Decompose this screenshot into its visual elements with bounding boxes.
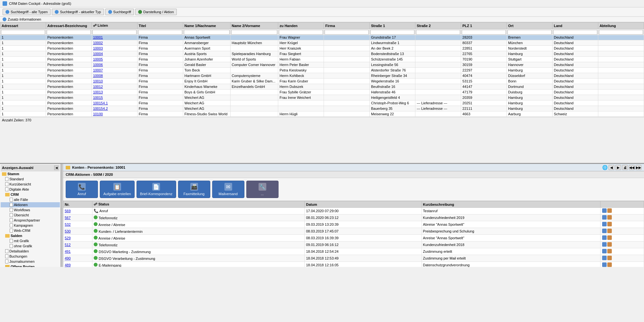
listen-link[interactable]: 10012 <box>93 85 103 89</box>
crm-edit-icon[interactable] <box>602 235 607 240</box>
tree-item-ansprechpartner[interactable]: Ansprechpartner <box>1 218 60 223</box>
search-current-type-button[interactable]: Suchbegriff - aktueller Typ <box>52 9 104 15</box>
brief-button[interactable]: 📄 Brief-Korrespondenz <box>137 181 176 198</box>
crm-edit-icon[interactable] <box>602 256 607 260</box>
filter-name1[interactable] <box>184 30 230 35</box>
filter-bezeichnung[interactable] <box>47 30 91 35</box>
tree-item-crm[interactable]: CRM <box>1 192 60 197</box>
crm-table-row[interactable]: 491 DSGVO Marketing - Zustimmung18.04.20… <box>63 248 644 255</box>
filter-adressart[interactable] <box>1 30 45 35</box>
crm-table-row[interactable]: 530 Kunden- / Lieferantentermin08.03.201… <box>63 228 644 235</box>
filter-land[interactable] <box>553 30 597 35</box>
crm-table-row[interactable]: 489 E-Maileingang18.04.2018 12:16:05Date… <box>63 262 644 267</box>
crm-nr-link[interactable]: 489 <box>65 263 71 267</box>
tree-item-detailsalden[interactable]: Detailsalden <box>1 249 60 254</box>
listen-link[interactable]: 10006 <box>93 63 103 67</box>
table-row[interactable]: 1Personenkonten10012FirmaKinderhaus Warn… <box>0 84 644 90</box>
table-row[interactable]: 1Personenkonten100154.2FirmaWeichert AGB… <box>0 106 644 111</box>
filter-listen[interactable] <box>92 30 137 35</box>
crm-nr-link[interactable]: 512 <box>65 243 71 247</box>
crm-info-icon[interactable] <box>607 215 612 220</box>
filter-titel[interactable] <box>138 30 182 35</box>
crm-edit-icon[interactable] <box>602 249 607 253</box>
crm-info-icon[interactable] <box>607 235 612 240</box>
table-row[interactable]: 1Personenkonten10013FirmaBoys & Girls Gm… <box>0 90 644 95</box>
tree-item-standard[interactable]: Standard <box>1 176 60 182</box>
crm-nr-link[interactable]: 490 <box>65 256 71 260</box>
crm-info-icon[interactable] <box>607 242 612 247</box>
table-row[interactable]: 1Personenkonten10004FirmaAustria SportsS… <box>0 51 644 57</box>
listen-link[interactable]: 100154.1 <box>93 101 108 105</box>
tree-item-buchungen[interactable]: Buchungen <box>1 254 60 259</box>
listen-link[interactable]: 10007 <box>93 68 103 72</box>
table-row[interactable]: 1Personenkonten10002FirmaAmmansbergerHau… <box>0 40 644 46</box>
crm-table-row[interactable]: 567 Telefonnotiz08.01.2020 06:23:12Kunde… <box>63 214 644 221</box>
filter-strasse1[interactable] <box>370 30 414 35</box>
listen-link[interactable]: 10002 <box>93 41 103 45</box>
tree-item-web-crm[interactable]: Web-CRM <box>1 228 60 233</box>
tree-item-bersicht[interactable]: Übersicht <box>1 213 60 218</box>
aufgabe-button[interactable]: 📋 Aufgabe erstellen <box>100 181 135 198</box>
listen-link[interactable]: 10001 <box>93 35 103 39</box>
filter-abteilung[interactable] <box>599 30 643 35</box>
crm-info-icon[interactable] <box>607 222 612 226</box>
crm-info-icon[interactable] <box>607 208 612 213</box>
nav-print-btn[interactable]: 🖨 <box>622 165 628 170</box>
crm-edit-icon[interactable] <box>602 262 607 267</box>
nav-next-btn[interactable]: ▶▶ <box>636 165 641 170</box>
globe-icon[interactable]: 🌐 <box>602 165 608 170</box>
tree-item-kampagnen[interactable]: Kampagnen <box>1 223 60 228</box>
tree-item-journalsummen[interactable]: Journalsummen <box>1 259 60 264</box>
listen-link[interactable]: 10005 <box>93 57 103 61</box>
listen-link[interactable]: 10015 <box>93 96 103 99</box>
listen-link[interactable]: 100154.2 <box>93 107 108 110</box>
filter-name2[interactable] <box>231 30 278 35</box>
crm-nr-link[interactable]: 491 <box>65 250 71 253</box>
filter-plz[interactable] <box>462 30 506 35</box>
tree-item-digitale-akte[interactable]: Digitale Akte <box>1 187 60 192</box>
tree-item-workflows[interactable]: Workflows <box>1 207 60 213</box>
crm-nr-link[interactable]: 532 <box>65 223 71 226</box>
listen-link[interactable]: 10004 <box>93 52 103 56</box>
crm-edit-icon[interactable] <box>602 208 607 213</box>
tree-item-alle-flle[interactable]: alle Fälle <box>1 197 60 202</box>
table-row[interactable]: 1Personenkonten10007FirmaTom BeckPetra K… <box>0 68 644 73</box>
listen-link[interactable]: 10003 <box>93 46 103 50</box>
filter-zuhanden[interactable] <box>279 30 323 35</box>
crm-edit-icon[interactable] <box>602 215 607 220</box>
crm-edit-icon[interactable] <box>602 222 607 226</box>
table-row[interactable]: 1Personenkonten10015FirmaWeichert AGFrau… <box>0 95 644 100</box>
filter-ort[interactable] <box>507 30 552 35</box>
crm-info-icon[interactable] <box>607 256 612 260</box>
table-row[interactable]: 1Personenkonten10005FirmaJohann Azenhofe… <box>0 57 644 62</box>
tree-item-stamm[interactable]: Stamm <box>1 171 60 176</box>
table-row[interactable]: 1Personenkonten10003FirmaAuermann SportH… <box>0 46 644 51</box>
crm-nr-link[interactable]: 567 <box>65 216 71 220</box>
crm-table-row[interactable]: 529 Anreise / Abreise08.03.2019 16:39:39… <box>63 235 644 242</box>
anruf-button[interactable]: 📞 Anruf <box>66 181 98 198</box>
listen-link[interactable]: 10100 <box>93 112 103 116</box>
tree-item-offene-posten[interactable]: Offene Posten <box>1 264 60 267</box>
fax-button[interactable]: 📠 Faxmitteilung <box>178 181 210 198</box>
table-row[interactable]: 1Personenkonten10001FirmaAnnas Sportwelt… <box>0 35 644 40</box>
table-row[interactable]: 1Personenkonten10100FirmaFitness-Studio … <box>0 111 644 117</box>
table-row[interactable]: 1Personenkonten100154.1FirmaWeichert AGC… <box>0 100 644 106</box>
tree-item-salden[interactable]: Salden <box>1 233 60 238</box>
crm-edit-icon[interactable] <box>602 242 607 247</box>
table-row[interactable]: 1Personenkonten10010FirmaEnjoy It GmbHKa… <box>0 79 644 84</box>
listen-link[interactable]: 10010 <box>93 79 103 83</box>
crm-edit-icon[interactable] <box>602 229 607 233</box>
tree-item-ohne-grafik[interactable]: ohne Grafik <box>1 243 60 249</box>
more-button[interactable]: 🔧 ... <box>246 181 279 198</box>
crm-table-row[interactable]: 490 DSGVO Verarbeitung - Zustimmung18.04… <box>63 255 644 262</box>
table-row[interactable]: 1Personenkonten10008FirmaHartmann GmbHCo… <box>0 73 644 79</box>
table-row[interactable]: 1Personenkonten10006FirmaGerald BaslerCo… <box>0 62 644 68</box>
filter-firma[interactable] <box>325 30 369 35</box>
search-button[interactable]: Suchbegriff <box>105 9 134 15</box>
crm-info-icon[interactable] <box>607 262 612 267</box>
crm-nr-link[interactable]: 530 <box>65 229 71 233</box>
listen-link[interactable]: 10008 <box>93 74 103 78</box>
crm-table-row[interactable]: 569📞 Anruf17.04.2020 07:29:00Testanruf <box>63 208 644 214</box>
display-action-button[interactable]: Darstellung / Aktion <box>135 9 177 15</box>
nav-prev-btn[interactable]: ◀◀ <box>629 165 635 170</box>
